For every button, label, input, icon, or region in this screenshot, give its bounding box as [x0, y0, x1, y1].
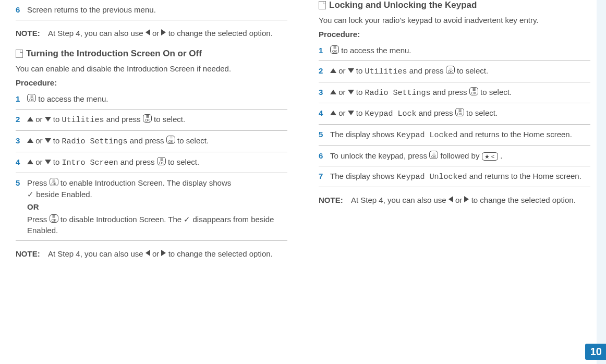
text: and press — [419, 108, 455, 117]
r-step-1: 1 to access the menu. — [319, 41, 590, 61]
page-number-tab: 10 — [585, 344, 606, 360]
step-number: 2 — [16, 114, 27, 125]
right-arrow-icon — [161, 250, 166, 256]
step-number: 4 — [319, 107, 330, 119]
ok-key-icon — [50, 178, 58, 186]
step-body: or to Keypad Lock and press to select. — [330, 107, 590, 120]
text: and press — [130, 136, 166, 145]
step-number: 1 — [16, 93, 27, 105]
line2: Press to disable Introduction Screen. Th… — [27, 214, 287, 237]
step-number: 6 — [16, 4, 27, 16]
or-label: OR — [27, 202, 39, 211]
step-body: to access the menu. — [330, 45, 590, 56]
text: and press — [120, 157, 157, 166]
text: to — [53, 136, 62, 145]
text: or — [338, 66, 348, 75]
text: to select. — [177, 136, 209, 145]
r-step-2: 2 or to Utilities and press to select. — [319, 61, 590, 82]
check-icon: ✓ — [27, 190, 34, 199]
step-body: or to Radio Settings and press to select… — [27, 135, 287, 148]
step-body: Press to enable Introduction Screen. The… — [27, 177, 287, 236]
step-5: 5 Press to enable Introduction Screen. T… — [16, 173, 287, 241]
right-arrow-icon — [161, 29, 166, 35]
step-number: 6 — [319, 150, 330, 162]
up-arrow-icon — [330, 68, 336, 73]
procedure-label: Procedure: — [16, 78, 287, 87]
text: Press — [27, 215, 50, 224]
ok-key-icon — [429, 151, 438, 159]
note-label: NOTE: — [319, 195, 351, 207]
down-arrow-icon — [348, 68, 354, 73]
up-arrow-icon — [330, 90, 336, 94]
page-columns: 6 Screen returns to the previous menu. N… — [0, 0, 606, 260]
text: to — [53, 157, 62, 166]
text: to select. — [457, 66, 488, 75]
text: followed by — [440, 151, 481, 160]
text: to select. — [480, 88, 512, 96]
menu-item: Utilities — [62, 116, 104, 125]
lead-text: You can lock your radio's keypad to avoi… — [319, 15, 590, 26]
r-step-5: 5 The display shows Keypad Locked and re… — [319, 125, 590, 146]
right-arrow-icon — [464, 196, 469, 202]
step-body: The display shows Keypad Locked and retu… — [330, 129, 590, 141]
note-body: At Step 4, you can also use or to change… — [48, 28, 287, 40]
text: to disable Introduction Screen. The — [60, 215, 184, 224]
step-2: 2 or to Utilities and press to select. — [16, 110, 287, 131]
text: or — [35, 115, 45, 124]
text: to select. — [466, 108, 498, 117]
ok-key-icon — [469, 87, 478, 95]
document-icon — [319, 1, 326, 9]
step-body: To unlock the keypad, press followed by … — [330, 150, 590, 162]
text: or — [152, 249, 162, 258]
text: to — [356, 66, 365, 75]
text: to — [356, 88, 365, 96]
section-heading-intro: Turning the Introduction Screen On or Of… — [16, 48, 287, 59]
menu-item: Radio Settings — [365, 89, 431, 98]
up-arrow-icon — [330, 111, 336, 115]
step-body: or to Radio Settings and press to select… — [330, 87, 590, 99]
r-step-7: 7 The display shows Keypad Unlocked and … — [319, 166, 590, 188]
text: to — [356, 108, 365, 117]
text: to — [53, 115, 62, 124]
ok-key-icon — [27, 94, 36, 102]
down-arrow-icon — [45, 117, 51, 122]
menu-item: Intro Screen — [62, 159, 118, 167]
text: The display shows — [330, 172, 397, 180]
text: or — [338, 88, 348, 96]
note-block-1: NOTE: At Step 4, you can also use or to … — [16, 28, 287, 40]
step-number: 5 — [16, 177, 27, 189]
ok-key-icon — [166, 136, 175, 144]
text: Press — [27, 178, 50, 187]
step-text: Screen returns to the previous menu. — [27, 4, 287, 16]
step-body: or to Intro Screen and press to select. — [27, 156, 287, 169]
up-arrow-icon — [27, 160, 33, 164]
step-number: 4 — [16, 156, 27, 168]
text: or — [35, 136, 45, 145]
step-body: to access the menu. — [27, 93, 287, 105]
ok-key-icon — [330, 45, 339, 54]
text: At Step 4, you can also use — [48, 29, 146, 38]
step-1: 1 to access the menu. — [16, 89, 287, 110]
menu-item: Radio Settings — [62, 137, 128, 146]
text: To unlock the keypad, press — [330, 151, 429, 160]
side-stripe — [597, 0, 606, 364]
text: At Step 4, you can also use — [351, 196, 449, 204]
line1: Press to enable Introduction Screen. The… — [27, 177, 287, 200]
menu-item: Keypad Unlocked — [397, 173, 467, 181]
step-number: 7 — [319, 171, 330, 182]
text: and press — [433, 88, 469, 96]
star-key-icon: ★ < — [482, 152, 498, 161]
text: The display shows — [330, 130, 397, 139]
text: to access the menu. — [341, 46, 411, 55]
ok-key-icon — [446, 66, 455, 74]
step-number: 5 — [319, 129, 330, 140]
text: At Step 4, you can also use — [48, 249, 146, 258]
text: or — [35, 157, 45, 166]
note-label: NOTE: — [16, 248, 48, 260]
left-arrow-icon — [146, 29, 150, 35]
r-step-6: 6 To unlock the keypad, press followed b… — [319, 146, 590, 166]
menu-item: Keypad Lock — [365, 110, 417, 118]
text: to enable Introduction Screen. The displ… — [60, 178, 231, 187]
section-heading-keypad: Locking and Unlocking the Keypad — [319, 0, 590, 10]
text: . — [500, 151, 502, 160]
